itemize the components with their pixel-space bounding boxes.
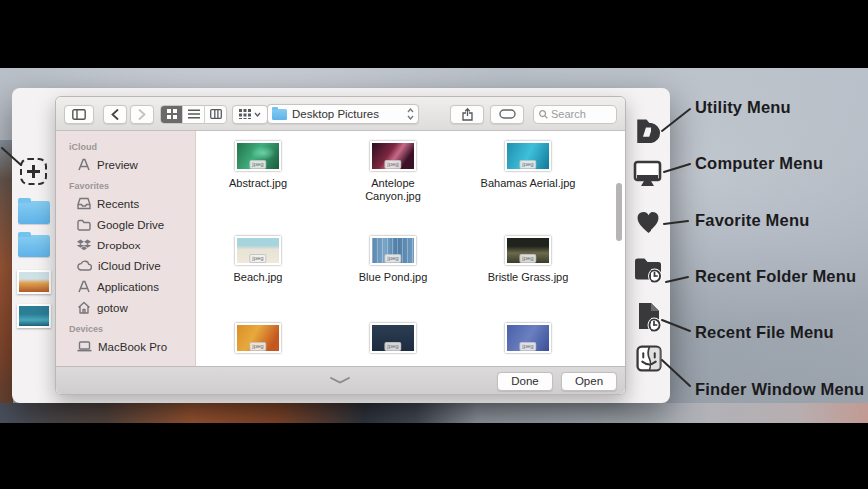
arrange-button[interactable] [232, 105, 268, 124]
applications-icon [77, 280, 91, 293]
file-tile[interactable]: jpeg Beach.jpg [204, 236, 313, 284]
laptop-icon [77, 341, 92, 352]
file-thumbnail: jpeg [235, 236, 281, 265]
sidebar-item-label: Preview [97, 159, 138, 171]
scrollbar[interactable] [616, 183, 622, 241]
annotation-favorite-menu: Favorite Menu [695, 209, 809, 231]
annotation-computer-menu: Computer Menu [695, 152, 823, 174]
dialog-footer: Done Open [56, 366, 625, 394]
search-field[interactable] [533, 105, 617, 124]
file-thumbnail: jpeg [505, 141, 551, 171]
filetype-badge: jpeg [249, 254, 266, 263]
sidebar-item-label: Google Drive [97, 219, 164, 231]
file-tile[interactable]: jpeg Bahamas Aerial.jpg [473, 141, 583, 190]
file-thumbnail: jpeg [235, 323, 281, 353]
toggle-sidebar-button[interactable] [64, 105, 94, 124]
dialog-sidebar: iCloud Preview Favorites Recents Google … [56, 131, 196, 368]
file-grid: jpeg Abstract.jpg jpeg Antelope Canyon.j… [197, 131, 625, 368]
sidebar-item-preview[interactable]: Preview [56, 154, 195, 175]
sunset-photo [19, 272, 49, 292]
file-tile[interactable]: jpeg Blue Pond.jpg [338, 236, 448, 284]
location-dropdown[interactable]: Desktop Pictures [267, 104, 419, 124]
sidebar-item-label: MacBook Pro [98, 341, 167, 353]
computer-menu-icon[interactable] [633, 160, 662, 192]
utility-menu-icon[interactable] [635, 116, 661, 147]
sidebar-item-dropbox[interactable]: Dropbox [56, 235, 195, 255]
sidebar-item-home[interactable]: gotow [56, 297, 195, 318]
chevron-right-icon [138, 109, 146, 120]
file-thumbnail: jpeg [370, 323, 416, 353]
column-view-icon [210, 109, 222, 119]
sidebar-item-label: gotow [97, 302, 128, 314]
done-button[interactable]: Done [497, 372, 553, 391]
favorite-menu-icon[interactable] [635, 210, 661, 238]
recent-folder-shortcut[interactable] [18, 235, 50, 257]
icon-view-button[interactable] [161, 106, 183, 123]
filetype-badge: jpeg [519, 160, 536, 169]
sidebar-item-label: iCloud Drive [98, 260, 161, 272]
screen: Desktop Pictures iCloud [0, 0, 868, 489]
teal-photo [19, 306, 49, 326]
annotation-recent-file-menu: Recent File Menu [695, 321, 834, 343]
column-view-button[interactable] [205, 106, 226, 123]
filetype-badge: jpeg [249, 342, 266, 351]
open-dialog: Desktop Pictures iCloud [55, 96, 626, 395]
recent-folder-shortcut[interactable] [18, 201, 50, 224]
sidebar-section-title: Devices [56, 318, 195, 336]
tag-oval-icon [499, 109, 516, 119]
dropbox-icon [77, 239, 91, 251]
sidebar-section-title: Favorites [56, 175, 195, 193]
google-drive-icon [77, 219, 91, 231]
file-tile[interactable]: jpeg Antelope Canyon.jpg [338, 141, 448, 203]
folder-icon [272, 109, 287, 120]
share-button[interactable] [450, 105, 484, 124]
sidebar-item-google-drive[interactable]: Google Drive [56, 214, 195, 235]
file-tile[interactable]: jpeg [338, 323, 448, 353]
sidebar-item-label: Applications [97, 281, 159, 293]
letterbox-bottom [0, 423, 868, 489]
chevron-left-icon [111, 109, 119, 120]
add-favorite-button[interactable] [20, 158, 47, 185]
file-tile[interactable]: jpeg Bristle Grass.jpg [473, 236, 583, 284]
recent-file-thumbnail[interactable] [17, 304, 51, 328]
search-icon [539, 110, 548, 119]
filetype-badge: jpeg [384, 160, 401, 169]
cloud-icon [77, 260, 92, 271]
expand-chevron-icon[interactable] [329, 376, 351, 384]
file-thumbnail: jpeg [505, 236, 551, 265]
arrange-grid-icon [239, 109, 251, 119]
file-thumbnail: jpeg [370, 236, 416, 265]
file-name: Antelope Canyon.jpg [356, 177, 430, 203]
sidebar-item-applications[interactable]: Applications [56, 276, 195, 297]
recent-file-thumbnail[interactable] [17, 270, 51, 294]
file-tile[interactable]: jpeg Abstract.jpg [204, 141, 313, 190]
sidebar-item-icloud-drive[interactable]: iCloud Drive [56, 255, 195, 276]
file-tile[interactable]: jpeg [204, 323, 313, 353]
tags-button[interactable] [490, 105, 524, 124]
forward-button[interactable] [130, 105, 154, 124]
dialog-toolbar: Desktop Pictures [56, 97, 625, 131]
file-name: Bahamas Aerial.jpg [473, 177, 583, 190]
search-input[interactable] [551, 108, 609, 120]
back-button[interactable] [103, 105, 127, 124]
updown-chevron-icon [407, 108, 414, 120]
annotation-utility-menu: Utility Menu [695, 96, 791, 118]
finder-window-menu-icon[interactable] [636, 345, 662, 376]
letterbox-top [0, 0, 868, 68]
sidebar-item-recents[interactable]: Recents [56, 193, 195, 214]
list-view-icon [188, 109, 200, 119]
sidebar-item-macbook-pro[interactable]: MacBook Pro [56, 336, 195, 357]
list-view-button[interactable] [183, 106, 205, 123]
recent-folder-menu-icon[interactable] [633, 255, 663, 288]
recent-file-menu-icon[interactable] [636, 301, 663, 338]
sidebar-item-label: Recents [97, 198, 139, 210]
open-button[interactable]: Open [561, 372, 617, 391]
filetype-badge: jpeg [519, 342, 536, 351]
file-thumbnail: jpeg [370, 141, 416, 171]
file-name: Abstract.jpg [204, 177, 313, 190]
file-name: Beach.jpg [204, 271, 313, 284]
recents-icon [77, 197, 91, 210]
annotation-finder-window-menu: Finder Window Menu [695, 378, 864, 400]
sidebar-item-label: Dropbox [97, 240, 140, 251]
file-tile[interactable]: jpeg [473, 323, 583, 353]
